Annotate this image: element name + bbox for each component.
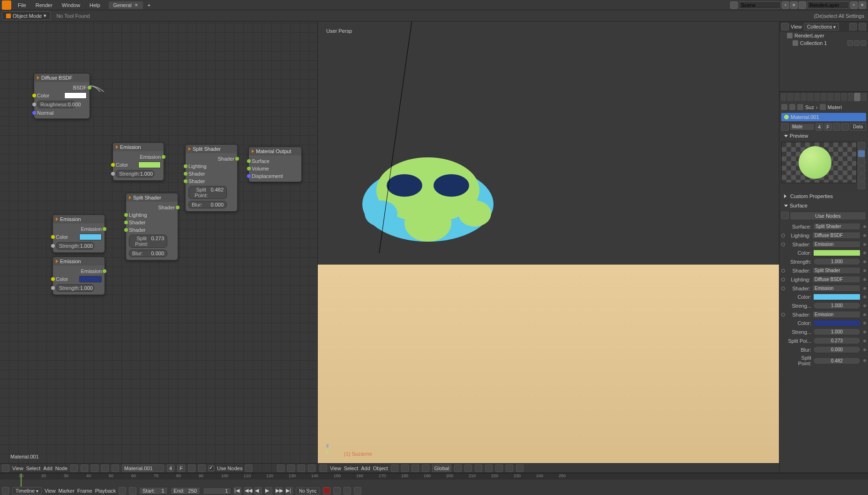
number-field[interactable]: 0.273 <box>813 337 861 344</box>
tab-scene[interactable] <box>801 93 807 101</box>
menu-select[interactable]: Select <box>26 465 41 471</box>
anim-dot-icon[interactable] <box>863 331 866 333</box>
node-emission-green[interactable]: Emission Emission Color Strength:1.000 <box>112 142 164 181</box>
renderlayer-field[interactable] <box>807 1 849 9</box>
anim-dot-icon[interactable] <box>863 243 866 246</box>
menu-add[interactable]: Add <box>361 465 370 471</box>
mode-selector[interactable]: Object Mode ▾ <box>2 11 51 20</box>
socket-in[interactable] <box>32 111 36 115</box>
record-icon[interactable] <box>323 487 330 495</box>
anim-dot-icon[interactable] <box>863 322 866 325</box>
search-icon[interactable] <box>859 23 866 30</box>
preview-sphere-icon[interactable] <box>858 150 865 157</box>
tab-texture[interactable] <box>861 93 867 101</box>
viewport-render[interactable]: User Persp zy (1) Suzanne <box>318 22 779 463</box>
panel-custom-properties[interactable]: Custom Properties <box>781 192 866 200</box>
number-field[interactable]: 1.000 <box>813 302 861 309</box>
socket-in[interactable] <box>247 174 251 178</box>
3d-viewport[interactable]: User Persp zy (1) Suzanne View Select Ad… <box>318 22 779 473</box>
dropdown-field[interactable]: Split Shader <box>812 267 861 274</box>
timeline-ruler[interactable]: 1020304050607080901001101201301401501601… <box>0 473 868 480</box>
anim-dot-icon[interactable] <box>863 348 866 351</box>
socket-out[interactable] <box>103 227 106 231</box>
play-reverse-icon[interactable]: ◀ <box>254 487 262 495</box>
menu-view[interactable]: View <box>791 24 802 30</box>
menu-view[interactable]: View <box>12 465 23 471</box>
dropdown-field[interactable]: Emission <box>812 241 861 248</box>
strength-field[interactable]: Strength:1.000 <box>116 170 154 177</box>
deselect-all-link[interactable]: (De)select All Settings <box>810 13 868 19</box>
preview-cloth-icon[interactable] <box>858 182 865 189</box>
panel-surface[interactable]: Surface <box>781 201 866 210</box>
socket-in[interactable] <box>111 172 115 176</box>
delete-key-icon[interactable] <box>354 487 361 495</box>
socket-dot-icon[interactable] <box>781 243 785 246</box>
key-type-icon[interactable] <box>129 487 136 495</box>
tab-object[interactable] <box>814 93 820 101</box>
auto-key-icon[interactable] <box>119 487 126 495</box>
node-header[interactable]: Diffuse BSDF <box>34 74 90 82</box>
preview-flat-icon[interactable] <box>858 142 865 149</box>
anim-dot-icon[interactable] <box>863 278 866 281</box>
node-icon[interactable] <box>781 212 789 219</box>
node-split-shader-inner[interactable]: Split Shader Shader Lighting Shader Shad… <box>126 193 178 260</box>
overlay-icon[interactable] <box>506 465 513 472</box>
layer-add-icon[interactable]: + <box>850 1 858 9</box>
node-emission-blue[interactable]: Emission Emission Color Strength:1.000 <box>52 257 105 295</box>
render-icon[interactable] <box>861 40 866 46</box>
editor-type-icon[interactable] <box>781 23 789 30</box>
menu-view[interactable]: View <box>330 465 341 471</box>
jump-start-icon[interactable]: |◀ <box>234 487 241 495</box>
socket-out[interactable] <box>88 86 91 89</box>
socket-out[interactable] <box>235 157 239 161</box>
outliner-item-renderlayer[interactable]: RenderLayer <box>779 32 868 39</box>
layer-del-icon[interactable]: ✕ <box>859 1 866 9</box>
line-icon[interactable] <box>91 465 98 472</box>
menu-view[interactable]: View <box>45 488 56 494</box>
new-material-icon[interactable] <box>833 123 840 131</box>
snap-icon[interactable] <box>454 465 462 472</box>
socket-out[interactable] <box>103 269 106 273</box>
scene-add-icon[interactable]: + <box>782 1 789 9</box>
blur-field[interactable]: Blur:0.000 <box>188 201 227 208</box>
snap-icon[interactable] <box>277 465 284 472</box>
menu-node[interactable]: Node <box>55 465 67 471</box>
fake-user-button[interactable]: F <box>177 465 185 472</box>
strength-field[interactable]: Strength:1.000 <box>56 284 94 292</box>
sync-dropdown[interactable]: No Sync <box>296 488 320 495</box>
menu-select[interactable]: Select <box>344 465 359 471</box>
new-icon[interactable] <box>188 465 195 472</box>
keyframe-prev-icon[interactable]: ◀◀ <box>244 487 252 495</box>
socket-in[interactable] <box>124 228 128 232</box>
color-swatch[interactable] <box>64 92 87 99</box>
layer-icon[interactable] <box>799 1 806 9</box>
socket-in[interactable] <box>124 221 128 224</box>
snap-type-icon[interactable] <box>287 465 295 472</box>
preview-shaderball-icon[interactable] <box>858 174 865 181</box>
node-header[interactable]: Material Output <box>249 147 301 155</box>
material-name-field[interactable]: Mate <box>790 123 815 131</box>
insert-key-icon[interactable] <box>344 487 351 495</box>
socket-in[interactable] <box>111 163 115 167</box>
socket-in[interactable] <box>51 277 55 281</box>
dropdown-field[interactable]: Diffuse BSDF <box>812 232 861 239</box>
menu-marker[interactable]: Marker <box>59 488 75 494</box>
number-field[interactable]: 1.000 <box>813 328 861 335</box>
menu-add[interactable]: Add <box>43 465 52 471</box>
fake-user-button[interactable]: F <box>824 123 832 131</box>
preview-cube-icon[interactable] <box>858 158 865 165</box>
anim-dot-icon[interactable] <box>863 260 866 263</box>
pin-icon[interactable] <box>781 104 787 110</box>
dropdown-field[interactable]: Emission <box>812 311 861 318</box>
socket-dot-icon[interactable] <box>781 313 785 317</box>
anim-dot-icon[interactable] <box>863 234 866 237</box>
dropdown-field[interactable]: Emission <box>812 285 861 292</box>
socket-in[interactable] <box>32 103 36 106</box>
socket-in[interactable] <box>247 159 251 163</box>
node-emission-cyan[interactable]: Emission Emission Color Strength:1.000 <box>52 214 105 253</box>
shader-type-icon[interactable] <box>70 465 78 472</box>
tab-output[interactable] <box>787 93 793 101</box>
shading-solid-icon[interactable] <box>475 465 482 472</box>
socket-in[interactable] <box>51 235 55 239</box>
select-icon[interactable] <box>854 40 860 46</box>
